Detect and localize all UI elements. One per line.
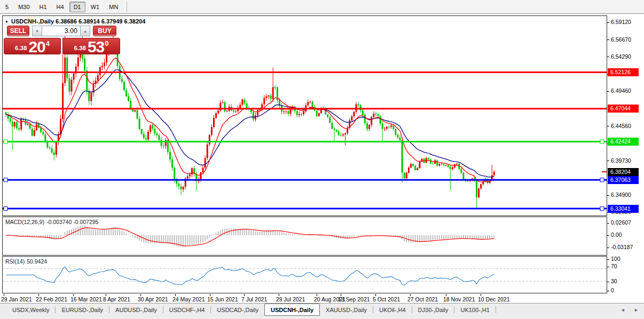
rsi-axis-label: 100: [611, 256, 621, 262]
sell-price-prefix: 6.38: [15, 45, 27, 51]
date-axis-label: 13 Sep 2021: [338, 296, 370, 302]
chart-title: ▲USDCNH-,Daily 6.38686 6.38914 6.37949 6…: [5, 18, 145, 25]
date-axis-label: 7 Jul 2021: [241, 296, 267, 302]
chart-symbol-label: USDCNH-,Daily: [11, 18, 54, 25]
price-axis-label: 6.59120: [611, 19, 631, 25]
tab-uk100-h1[interactable]: UK100-,H1: [454, 304, 495, 316]
rsi-label: RSI(14): [5, 258, 25, 265]
spinner-up-icon: ▲: [83, 29, 87, 33]
tab-xauusd-daily[interactable]: XAUUSD-,Daily: [320, 304, 373, 316]
timeframe-button-5[interactable]: 5: [1, 2, 13, 12]
date-axis-label: 22 Feb 2021: [36, 296, 67, 302]
tab-audusd-daily[interactable]: AUDUSD-,Daily: [109, 304, 163, 316]
price-axis-label: 6.56670: [611, 36, 631, 43]
trade-controls-row: SELL ▼ ▲ BUY: [7, 26, 120, 36]
price-axis-tick: [607, 22, 609, 23]
rsi-axis-label: 70: [611, 263, 617, 269]
price-axis-tick: [607, 126, 609, 126]
tab-usdchf-h4[interactable]: USDCHF-,H4: [163, 304, 211, 316]
price-axis-label: 6.49460: [611, 87, 631, 94]
buy-price-prefix: 6.38: [74, 45, 86, 51]
timeframe-button-h1[interactable]: H1: [35, 2, 51, 12]
price-axis-label: 6.44560: [611, 123, 631, 129]
date-axis: 29 Jan 202122 Feb 202116 Mar 20218 Apr 2…: [2, 294, 611, 303]
date-axis-label: 16 Mar 2021: [70, 296, 102, 302]
macd-axis-label: 0.02607: [611, 219, 631, 226]
tab-dj30-daily[interactable]: DJ30-,Daily: [412, 304, 454, 316]
trade-prices-row: 6.38 20 4 6.38 53 0: [4, 38, 120, 54]
volume-increase-button[interactable]: ▲: [80, 26, 90, 36]
tab-usdcad-daily[interactable]: USDCAD-,Daily: [211, 304, 264, 316]
level-price-label[interactable]: 6.33041: [608, 205, 639, 213]
sell-price-big: 20: [28, 40, 45, 54]
date-axis-label: 24 May 2021: [172, 296, 205, 302]
rsi-canvas[interactable]: [3, 257, 607, 293]
date-axis-label: 10 Dec 2021: [478, 296, 510, 302]
tab-separator: [496, 306, 496, 313]
price-axis-label: 6.54290: [611, 53, 631, 60]
chart-tabs-bar: USDX,WeeklyEURUSD-,DailyAUDUSD-,DailyUSD…: [0, 303, 644, 319]
sell-price-display: 6.38 20 4: [4, 38, 61, 54]
tabs-scroll-right-icon[interactable]: ►: [634, 307, 639, 313]
rsi-axis-label: 30: [611, 278, 617, 284]
price-axis-tick: [607, 57, 609, 57]
timeframe-toolbar: 5M30H1H4D1W1MN: [0, 0, 644, 14]
volume-input[interactable]: [42, 26, 80, 36]
timeframe-button-h4[interactable]: H4: [52, 2, 68, 12]
date-axis-label: 29 Jul 2021: [276, 296, 305, 302]
timeframe-buttons: 5M30H1H4D1W1MN: [1, 2, 131, 12]
tab-usdx-weekly[interactable]: USDX,Weekly: [6, 304, 55, 316]
sell-price-pip: 4: [46, 39, 50, 47]
mt4-window: 5M30H1H4D1W1MN MACD(12,26,9)-0.003740 -0…: [0, 0, 644, 319]
buy-price-display: 6.38 53 0: [62, 38, 120, 54]
rsi-header: RSI(14)50.9424: [5, 258, 49, 265]
rsi-panel[interactable]: RSI(14)50.9424: [2, 256, 607, 293]
rsi-axis-tick: [607, 267, 609, 267]
level-price-label[interactable]: 6.42424: [608, 138, 639, 146]
chart-ohlc-values: 6.38686 6.38914 6.37949 6.38204: [56, 18, 145, 25]
tab-eurusd-daily[interactable]: EURUSD-,Daily: [56, 304, 109, 316]
current-price-label: 6.38204: [608, 168, 639, 176]
tab-ukoil-h4[interactable]: UKOil-,H4: [373, 304, 412, 316]
macd-axis-label: 0.00: [611, 232, 622, 238]
macd-values: -0.003740 -0.007295: [46, 219, 99, 225]
volume-decrease-button[interactable]: ▼: [32, 26, 42, 36]
rsi-axis-label: 0: [611, 287, 614, 293]
tab-usdcnh-daily[interactable]: USDCNH-,Daily: [264, 304, 320, 316]
date-axis-label: 5 Oct 2021: [373, 296, 400, 302]
level-price-label[interactable]: 6.52126: [608, 68, 639, 76]
price-axis-tick: [607, 161, 609, 161]
buy-price-pip: 0: [105, 39, 108, 47]
date-axis-label: 8 Apr 2021: [103, 296, 130, 302]
macd-axis-label: -0.03187: [611, 244, 633, 250]
macd-axis-tick: [607, 235, 609, 236]
date-axis-label: 29 Jan 2021: [1, 296, 32, 302]
date-axis-label: 15 Jun 2021: [207, 296, 238, 302]
timeframe-button-mn[interactable]: MN: [105, 2, 122, 12]
price-axis-tick: [607, 91, 609, 92]
buy-button[interactable]: BUY: [93, 26, 116, 36]
timeframe-button-w1[interactable]: W1: [87, 2, 104, 12]
chart-window: MACD(12,26,9)-0.003740 -0.007295 RSI(14)…: [0, 14, 644, 303]
tabs-scroll-left-icon[interactable]: ◄: [621, 307, 625, 313]
timeframe-button-m30[interactable]: M30: [14, 2, 34, 12]
date-axis-label: 27 Oct 2021: [407, 296, 438, 302]
macd-label: MACD(12,26,9): [5, 219, 44, 225]
macd-axis-tick: [607, 223, 609, 224]
price-axis-tick: [607, 39, 609, 40]
timeframe-button-d1[interactable]: D1: [69, 2, 85, 12]
macd-panel[interactable]: MACD(12,26,9)-0.003740 -0.007295: [2, 217, 607, 256]
level-price-label[interactable]: 6.47044: [608, 105, 639, 113]
rsi-value: 50.9424: [27, 258, 47, 265]
level-price-label[interactable]: 6.37063: [608, 176, 639, 184]
tab-scroll-arrows: ◄ ►: [613, 307, 639, 313]
macd-axis-tick: [607, 248, 609, 248]
price-axis-label: 6.34900: [611, 192, 631, 198]
price-axis-tick: [607, 195, 609, 196]
toolbar-separator: [127, 2, 127, 12]
chart-direction-icon: ▲: [5, 19, 9, 23]
sell-button[interactable]: SELL: [7, 26, 29, 36]
rsi-axis-tick: [607, 291, 609, 291]
one-click-trading-widget: SELL ▼ ▲ BUY 6.38 20 4 6.38 53 0: [4, 26, 120, 54]
rsi-axis-tick: [607, 259, 609, 260]
